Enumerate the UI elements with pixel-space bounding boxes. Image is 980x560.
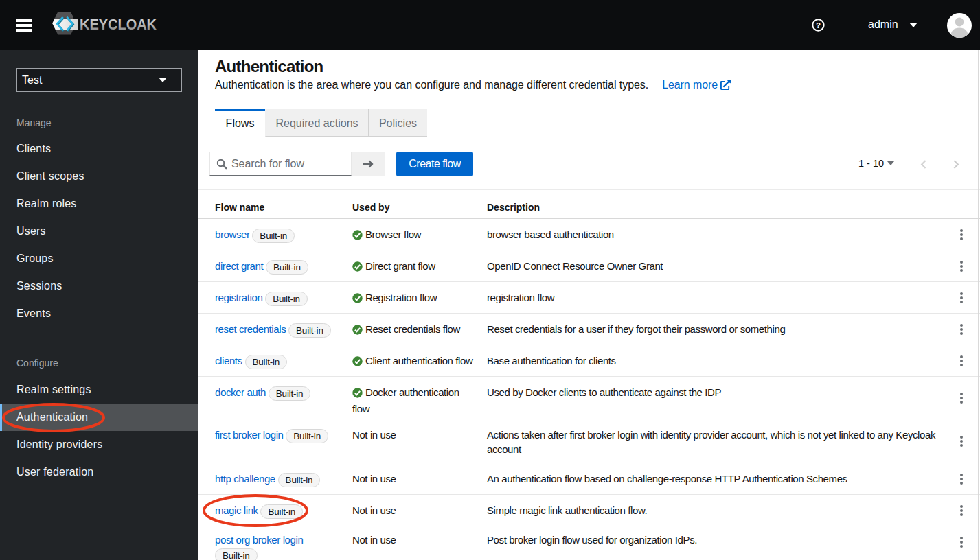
svg-text:KEYCLOAK: KEYCLOAK (80, 16, 157, 33)
svg-text:?: ? (816, 21, 821, 30)
